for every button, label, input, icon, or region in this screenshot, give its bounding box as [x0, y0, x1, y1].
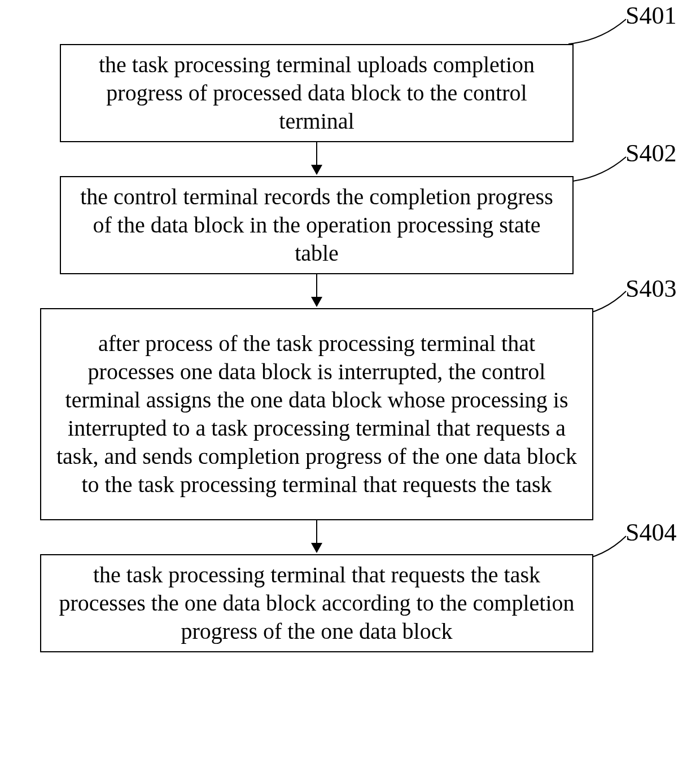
step-label-s403: S403 — [625, 277, 676, 301]
arrow-s402-s403-head — [311, 297, 322, 307]
arrow-s401-s402-head — [311, 165, 322, 175]
label-connector-s401 — [567, 18, 629, 45]
step-box-s403: after process of the task processing ter… — [40, 308, 593, 520]
step-text-s403: after process of the task processing ter… — [54, 330, 580, 499]
step-label-s401: S401 — [625, 3, 676, 28]
step-box-s402: the control terminal records the complet… — [60, 176, 574, 274]
label-connector-s402 — [567, 156, 629, 183]
arrow-s403-s404-head — [311, 543, 322, 553]
arrow-s401-s402-shaft — [316, 142, 317, 166]
step-text-s401: the task processing terminal uploads com… — [73, 51, 560, 135]
step-box-s401: the task processing terminal uploads com… — [60, 44, 574, 142]
arrow-s402-s403-shaft — [316, 274, 317, 298]
step-label-s404: S404 — [625, 520, 676, 545]
step-text-s404: the task processing terminal that reques… — [54, 561, 580, 646]
step-text-s402: the control terminal records the complet… — [73, 183, 560, 267]
step-box-s404: the task processing terminal that reques… — [40, 554, 593, 652]
arrow-s403-s404-shaft — [316, 520, 317, 544]
step-label-s402: S402 — [625, 141, 676, 166]
flowchart-diagram: S401 the task processing terminal upload… — [0, 0, 700, 781]
